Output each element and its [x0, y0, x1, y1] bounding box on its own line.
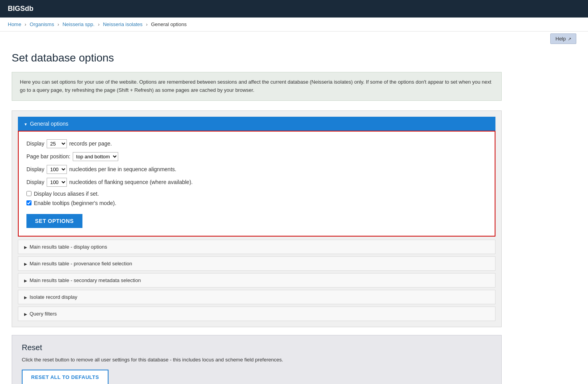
breadcrumb-sep-2: ›	[58, 21, 59, 27]
reset-section: Reset Click the reset button to remove a…	[12, 335, 502, 384]
breadcrumb: Home › Organisms › Neisseria spp. › Neis…	[0, 18, 588, 32]
tooltips-checkbox[interactable]	[26, 200, 32, 205]
page-bar-select[interactable]: top and bottom top only bottom only	[73, 152, 118, 161]
locus-aliases-checkbox[interactable]	[26, 191, 32, 196]
page-bar-row: Page bar position: top and bottom top on…	[26, 152, 487, 161]
flanking-row: Display 0 25 50 100 200 500 nucleotides …	[26, 178, 487, 187]
reset-description: Click the reset button to remove all use…	[22, 357, 492, 363]
main-content: Set database options Here you can set op…	[0, 44, 513, 384]
general-options-title: General options	[30, 121, 68, 127]
records-per-page-select[interactable]: 10 25 50 100 200	[47, 139, 67, 148]
set-options-button[interactable]: SET OPTIONS	[26, 214, 82, 228]
nucleotides-line-label: Display	[26, 166, 44, 172]
tooltips-row: Enable tooltips (beginner's mode).	[26, 200, 487, 206]
breadcrumb-neisseria-spp[interactable]: Neisseria spp.	[63, 21, 94, 27]
breadcrumb-organisms[interactable]: Organisms	[30, 21, 54, 27]
reset-button[interactable]: RESET ALL TO DEFAULTS	[22, 370, 108, 384]
collapsed-label-1: Main results table - provenance field se…	[30, 261, 132, 267]
info-box: Here you can set options for your use of…	[12, 72, 502, 101]
breadcrumb-neisseria-isolates[interactable]: Neisseria isolates	[103, 21, 143, 27]
records-per-page-row: Display 10 25 50 100 200 records per pag…	[26, 139, 487, 148]
collapsed-label-4: Query filters	[30, 311, 57, 317]
help-label: Help	[555, 36, 566, 42]
locus-aliases-row: Display locus aliases if set.	[26, 191, 487, 197]
collapsed-section-1[interactable]: Main results table - provenance field se…	[18, 256, 495, 271]
help-btn-container: Help	[0, 32, 588, 44]
set-options-label: SET OPTIONS	[35, 218, 74, 224]
collapsed-section-3[interactable]: Isolate record display	[18, 290, 495, 304]
records-per-page-label: Display	[26, 140, 44, 147]
collapsed-section-2[interactable]: Main results table - secondary metadata …	[18, 273, 495, 288]
collapsed-arrow-0	[24, 244, 27, 250]
collapsed-section-4[interactable]: Query filters	[18, 307, 495, 321]
sections-container: General options Display 10 25 50 100 200…	[12, 110, 502, 327]
info-text: Here you can set options for your use of…	[20, 79, 491, 93]
collapsed-label-2: Main results table - secondary metadata …	[30, 277, 141, 283]
nucleotides-line-select[interactable]: 50 100 150 200	[47, 165, 67, 174]
external-link-icon	[568, 36, 571, 42]
general-options-header[interactable]: General options	[18, 117, 495, 131]
collapsed-label-0: Main results table - display options	[30, 244, 107, 250]
breadcrumb-sep-1: ›	[24, 21, 26, 27]
app-title: BIGSdb	[8, 5, 33, 12]
flanking-suffix: nucleotides of flanking sequence (where …	[69, 179, 193, 185]
general-options-box: Display 10 25 50 100 200 records per pag…	[18, 131, 495, 237]
collapsed-label-3: Isolate record display	[30, 294, 77, 300]
breadcrumb-sep-4: ›	[146, 21, 147, 27]
nucleotides-line-row: Display 50 100 150 200 nucleotides per l…	[26, 165, 487, 174]
help-button[interactable]: Help	[550, 33, 576, 44]
breadcrumb-current: General options	[151, 21, 187, 27]
app-header: BIGSdb	[0, 0, 588, 18]
collapsed-arrow-3	[24, 294, 27, 300]
breadcrumb-home[interactable]: Home	[8, 21, 21, 27]
collapsed-arrow-4	[24, 311, 27, 317]
tooltips-label: Enable tooltips (beginner's mode).	[34, 200, 116, 206]
general-options-arrow	[24, 121, 28, 127]
page-title: Set database options	[12, 52, 502, 64]
flanking-select[interactable]: 0 25 50 100 200 500	[47, 178, 67, 187]
reset-title: Reset	[22, 343, 492, 352]
breadcrumb-sep-3: ›	[98, 21, 100, 27]
records-per-page-suffix: records per page.	[69, 140, 112, 147]
page-bar-label: Page bar position:	[26, 153, 70, 160]
collapsed-arrow-1	[24, 261, 27, 267]
nucleotides-line-suffix: nucleotides per line in sequence alignme…	[69, 166, 177, 172]
collapsed-section-0[interactable]: Main results table - display options	[18, 240, 495, 254]
collapsed-arrow-2	[24, 277, 27, 283]
flanking-label: Display	[26, 179, 44, 185]
reset-button-label: RESET ALL TO DEFAULTS	[31, 374, 99, 380]
locus-aliases-label: Display locus aliases if set.	[34, 191, 99, 197]
